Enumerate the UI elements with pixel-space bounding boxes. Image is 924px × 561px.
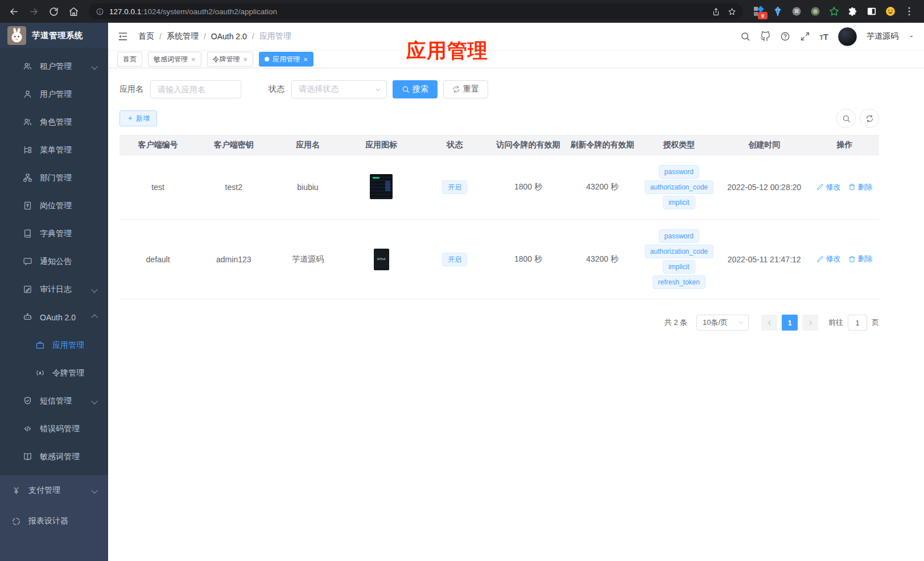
edit-link[interactable]: 修改	[816, 182, 840, 192]
sidebar-collapse-button[interactable]	[117, 31, 129, 42]
sidebar-item-部门管理[interactable]: 部门管理	[0, 164, 108, 192]
sidebar-item-应用管理[interactable]: 应用管理	[0, 331, 108, 359]
toggle-search-button[interactable]	[836, 109, 856, 128]
reset-button[interactable]: 重置	[443, 80, 488, 98]
sidebar-item-角色管理[interactable]: 角色管理	[0, 108, 108, 136]
navbar-actions: TT 芋道源码	[740, 27, 915, 46]
cell-secret: admin123	[196, 220, 271, 299]
goto-page-input[interactable]	[848, 315, 867, 331]
app-name-input[interactable]	[150, 80, 241, 98]
username[interactable]: 芋道源码	[867, 31, 898, 42]
tab-敏感词管理[interactable]: 敏感词管理×	[148, 52, 201, 67]
extension-green-dot-icon[interactable]	[810, 6, 821, 17]
status-select[interactable]: 请选择状态	[291, 80, 387, 98]
sidebar-item-错误码管理[interactable]: 错误码管理	[0, 415, 108, 443]
cell-app-name: 芋道源码	[271, 220, 344, 299]
user-menu-caret-icon[interactable]	[908, 33, 915, 40]
breadcrumb-separator: /	[252, 32, 254, 41]
app-icon-thumbnail: GitHub	[374, 249, 389, 270]
grant-type-badge: password	[659, 165, 699, 179]
search-button[interactable]: 搜索	[393, 80, 438, 98]
sidebar-item-短信管理[interactable]: 短信管理	[0, 387, 108, 415]
tab-close-icon[interactable]: ×	[191, 56, 196, 63]
delete-link[interactable]: 删除	[848, 254, 872, 264]
extension-command-icon[interactable]: ⌘	[791, 6, 802, 17]
status-badge: 开启	[442, 253, 467, 266]
breadcrumb-item[interactable]: OAuth 2.0	[211, 32, 247, 41]
help-icon[interactable]	[780, 31, 790, 42]
table-body: testtest2biubiu开启1800 秒43200 秒passwordau…	[119, 155, 879, 299]
breadcrumb-item[interactable]: 首页	[138, 31, 154, 42]
font-size-icon[interactable]: TT	[820, 32, 828, 42]
split-screen-button[interactable]	[866, 6, 877, 17]
sidebar-item-令牌管理[interactable]: 令牌管理	[0, 359, 108, 387]
book-icon	[23, 452, 32, 461]
share-icon	[712, 7, 720, 16]
prev-page-button[interactable]	[761, 315, 777, 331]
delete-link[interactable]: 删除	[848, 182, 872, 192]
tab-应用管理[interactable]: 应用管理×	[259, 52, 314, 67]
site-info-icon[interactable]	[96, 7, 104, 16]
cell-grant-types: passwordauthorization_codeimplicit	[640, 155, 718, 220]
tab-close-icon[interactable]: ×	[244, 56, 248, 63]
sidebar-item-支付管理[interactable]: 支付管理	[0, 475, 108, 506]
refresh-table-button[interactable]	[860, 109, 879, 128]
sidebar-item-label: 用户管理	[40, 89, 72, 100]
sidebar-item-label: OAuth 2.0	[40, 313, 76, 322]
sidebar-item-岗位管理[interactable]: 岗位管理	[0, 192, 108, 220]
sidebar-item-通知公告[interactable]: 通知公告	[0, 248, 108, 275]
column-header-客户端编号: 客户端编号	[119, 135, 196, 155]
breadcrumb-item[interactable]: 系统管理	[167, 31, 199, 42]
sidebar-item-OAuth 2.0[interactable]: OAuth 2.0	[0, 303, 108, 331]
page-size-select[interactable]: 10条/页	[696, 315, 749, 331]
column-header-操作: 操作	[810, 135, 879, 155]
header-search-icon[interactable]	[740, 31, 750, 42]
extension-green-star-icon[interactable]	[828, 6, 840, 17]
browser-reload-button[interactable]	[44, 2, 63, 21]
extension-gem-icon[interactable]	[772, 6, 783, 17]
address-bar[interactable]: 127.0.0.1:1024/system/oauth2/oauth2/appl…	[89, 3, 743, 19]
cell-actions: 修改删除	[810, 155, 879, 220]
sidebar-item-租户管理[interactable]: 租户管理	[0, 52, 108, 80]
user-avatar[interactable]	[838, 27, 857, 46]
breadcrumb-item: 应用管理	[259, 31, 291, 42]
sidebar-logo[interactable]: 芋道管理系统	[0, 23, 108, 48]
profile-emoji-button[interactable]	[885, 6, 896, 17]
next-page-button[interactable]	[802, 315, 818, 331]
home-icon	[68, 6, 79, 17]
sidebar-item-敏感词管理[interactable]: 敏感词管理	[0, 443, 108, 471]
column-header-访问令牌的有效期: 访问令牌的有效期	[492, 135, 565, 155]
browser-back-button[interactable]	[5, 2, 23, 21]
log-icon	[23, 284, 32, 294]
share-button[interactable]	[708, 3, 724, 19]
tab-令牌管理[interactable]: 令牌管理×	[207, 52, 254, 67]
breadcrumb-separator: /	[159, 32, 162, 41]
tab-label: 敏感词管理	[154, 55, 188, 64]
current-page-button[interactable]: 1	[782, 315, 798, 331]
search-button-label: 搜索	[412, 84, 428, 94]
edit-icon	[816, 255, 824, 263]
extension-grid-icon[interactable]: 9	[753, 6, 765, 17]
sidebar-item-label: 支付管理	[28, 485, 60, 496]
browser-menu-button[interactable]	[904, 6, 915, 17]
github-icon[interactable]	[760, 31, 770, 42]
sidebar-item-审计日志[interactable]: 审计日志	[0, 275, 108, 303]
add-button[interactable]: 新增	[119, 110, 157, 126]
bookmark-button[interactable]	[724, 3, 740, 19]
tab-首页[interactable]: 首页	[117, 52, 142, 67]
cell-access-ttl: 1800 秒	[492, 220, 565, 299]
sidebar-item-字典管理[interactable]: 字典管理	[0, 220, 108, 248]
sidebar-item-菜单管理[interactable]: 菜单管理	[0, 136, 108, 164]
grant-type-badge: authorization_code	[645, 245, 713, 258]
extensions-puzzle-button[interactable]	[847, 6, 859, 17]
edit-link[interactable]: 修改	[816, 254, 840, 264]
sidebar-item-报表设计器[interactable]: 报表设计器	[0, 506, 108, 537]
browser-home-button[interactable]	[64, 2, 83, 21]
token-icon	[35, 368, 45, 378]
fullscreen-icon[interactable]	[800, 31, 810, 42]
browser-forward-button[interactable]	[24, 2, 43, 21]
tab-close-icon[interactable]: ×	[303, 56, 308, 63]
sidebar-item-label: 字典管理	[40, 229, 72, 239]
sidebar-item-用户管理[interactable]: 用户管理	[0, 80, 108, 108]
dict-icon	[23, 229, 32, 238]
